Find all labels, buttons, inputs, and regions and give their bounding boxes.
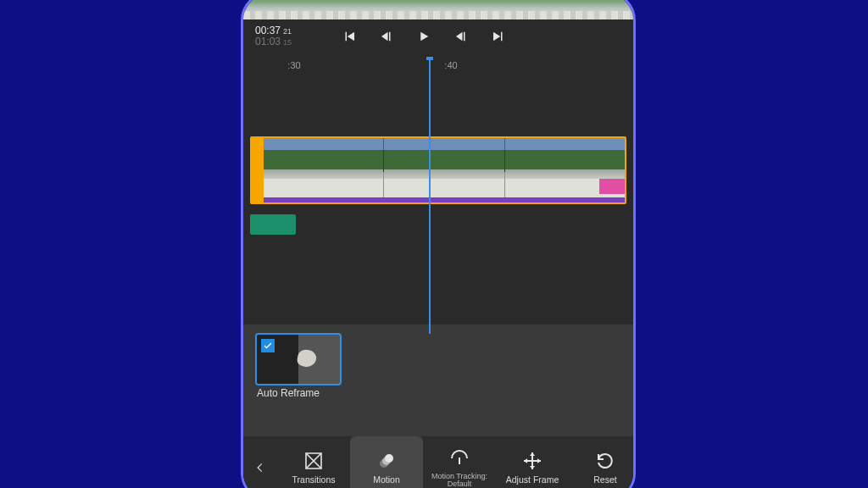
clip-trim-handle[interactable] <box>252 138 264 202</box>
current-time-frames: 21 <box>283 27 292 36</box>
svg-point-2 <box>385 454 393 463</box>
tool-motion[interactable]: Motion <box>350 436 423 488</box>
clip-audio-strip <box>264 197 625 202</box>
effects-panel: Auto Reframe <box>243 324 633 436</box>
auto-reframe-card[interactable] <box>255 333 342 385</box>
audio-clip[interactable] <box>250 214 296 235</box>
step-forward-button[interactable] <box>453 29 469 44</box>
back-button[interactable] <box>243 436 277 488</box>
tool-label: Adjust Frame <box>506 475 559 485</box>
video-clip[interactable] <box>250 136 626 204</box>
motion-tracking-icon <box>448 447 470 469</box>
clip-thumb <box>264 138 383 199</box>
clip-thumbnails <box>264 138 625 199</box>
timeline[interactable] <box>243 136 633 209</box>
tool-label: Reset <box>593 475 616 485</box>
tool-reset[interactable]: Reset <box>569 436 633 488</box>
tool-label: Motion <box>373 475 400 485</box>
time-ruler[interactable]: :30 :40 <box>243 60 633 80</box>
tool-label: Motion Tracking: Default <box>426 473 493 488</box>
clip-thumb <box>383 138 504 199</box>
clip-overlay <box>599 174 625 194</box>
skip-start-button[interactable] <box>342 29 357 44</box>
transitions-icon <box>303 450 325 472</box>
timecodes: 00:3721 01:0315 <box>243 25 328 47</box>
total-time: 01:0315 <box>255 36 328 47</box>
skip-end-button[interactable] <box>491 29 506 44</box>
adjust-frame-icon <box>521 450 543 472</box>
reset-icon <box>594 450 616 472</box>
tool-adjust-frame[interactable]: Adjust Frame <box>496 436 569 488</box>
phone-frame: 00:3721 01:0315 :30 :40 <box>241 0 636 488</box>
clip-thumb <box>504 138 625 199</box>
tool-transitions[interactable]: Transitions <box>277 436 350 488</box>
svg-rect-3 <box>459 458 460 464</box>
bottom-toolbar: Transitions Motion Motion Tracking: Defa… <box>243 436 633 488</box>
play-button[interactable] <box>416 29 431 44</box>
motion-icon <box>376 450 398 472</box>
transport-bar: 00:3721 01:0315 <box>243 19 633 53</box>
playhead[interactable] <box>429 58 431 334</box>
step-back-button[interactable] <box>379 29 394 44</box>
total-time-value: 01:03 <box>255 36 281 47</box>
auto-reframe-checkbox[interactable] <box>261 339 275 352</box>
auto-reframe-label: Auto Reframe <box>257 387 320 399</box>
tool-label: Transitions <box>292 475 336 485</box>
ruler-tick: :40 <box>444 60 457 70</box>
total-time-frames: 15 <box>283 38 292 47</box>
tool-strip[interactable]: Transitions Motion Motion Tracking: Defa… <box>277 436 633 488</box>
auto-reframe-icon <box>296 348 317 369</box>
tool-motion-tracking[interactable]: Motion Tracking: Default <box>423 436 496 488</box>
video-preview <box>243 0 633 19</box>
ruler-tick: :30 <box>287 60 300 70</box>
